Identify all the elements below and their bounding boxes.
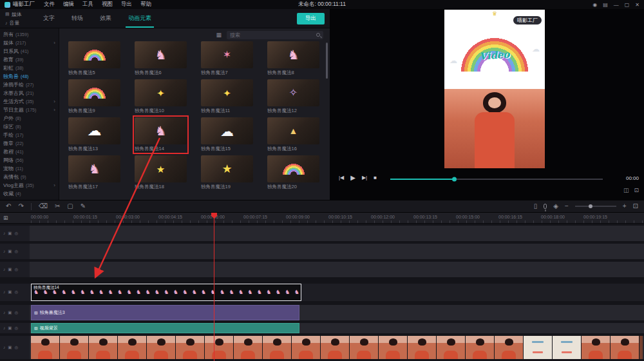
mute-track-icon[interactable]: ♪ <box>3 268 5 272</box>
add-track-icon[interactable]: ⊞ <box>3 215 8 221</box>
lock-track-icon[interactable]: ▣ <box>8 268 12 272</box>
background-clip[interactable]: ▧视频背景 <box>31 323 299 333</box>
timeline-ruler[interactable]: ⊞ 00:00:0000:00:01:1500:00:03:0000:00:04… <box>0 213 644 224</box>
toggle-track-visibility-icon[interactable]: ◎ <box>14 290 18 295</box>
search-input[interactable]: 搜索 <box>230 32 316 39</box>
sidebar-item-生活方式[interactable]: 生活方式(35)› <box>0 97 59 106</box>
mute-track-icon[interactable]: ♪ <box>3 311 5 315</box>
mute-track-icon[interactable]: ♪ <box>3 326 5 331</box>
sidebar-item-所有[interactable]: 所有(1359) <box>0 30 59 39</box>
library-item[interactable]: ♞独角兽魔法8 <box>267 41 319 76</box>
sidebar-item-Vlog主题[interactable]: Vlog主题(35)› <box>0 181 59 190</box>
menu-item-工具[interactable]: 工具 <box>82 1 93 8</box>
fullscreen-icon[interactable]: ⊡ <box>634 187 639 193</box>
tab-音量[interactable]: ♪音量 <box>5 19 35 26</box>
library-item[interactable]: 独角兽魔法5 <box>68 41 120 76</box>
minimize-icon[interactable]: — <box>614 2 619 8</box>
library-item[interactable]: ★独角兽魔法19 <box>201 155 253 190</box>
lock-track-icon[interactable]: ▣ <box>8 311 12 315</box>
toggle-track-visibility-icon[interactable]: ◎ <box>14 311 18 315</box>
library-item[interactable]: ★独角兽魔法18 <box>135 155 187 190</box>
timeline-zoom-slider[interactable] <box>575 206 616 207</box>
preview-scrubber[interactable] <box>390 179 603 180</box>
user-icon[interactable]: ◉ <box>592 2 597 8</box>
maximize-icon[interactable]: ▢ <box>625 2 630 8</box>
lock-track-icon[interactable]: ▣ <box>8 326 12 331</box>
menu-item-文件[interactable]: 文件 <box>44 1 55 8</box>
library-item[interactable]: ✧独角兽魔法12 <box>267 79 319 114</box>
sidebar-item-微章[interactable]: 微章(22) <box>0 139 59 148</box>
edit-icon[interactable]: ✎ <box>80 203 86 210</box>
library-item[interactable]: 独角兽魔法20 <box>267 155 319 190</box>
library-item[interactable]: ♞独角兽魔法14 <box>135 117 187 152</box>
layout-icon[interactable]: ▤ <box>603 2 608 8</box>
zoom-slider-knob[interactable] <box>589 204 592 208</box>
sidebar-item-教程[interactable]: 教程(41) <box>0 148 59 156</box>
zoom-in-icon[interactable]: + <box>623 203 627 210</box>
sidebar-item-节日主题[interactable]: 节日主题(175)› <box>0 106 59 114</box>
sidebar-item-独角兽[interactable]: 独角兽(48) <box>0 72 59 81</box>
sidebar-item-户外[interactable]: 户外(8) <box>0 114 59 122</box>
export-button[interactable]: 导出 <box>297 13 325 24</box>
track-lane[interactable] <box>30 262 644 277</box>
toggle-track-visibility-icon[interactable]: ◎ <box>14 231 18 236</box>
stop-button[interactable]: ■ <box>374 175 377 180</box>
toggle-track-visibility-icon[interactable]: ◎ <box>14 326 18 331</box>
track-lane[interactable] <box>30 336 644 359</box>
close-icon[interactable]: ✕ <box>635 2 639 8</box>
playhead[interactable] <box>214 213 214 361</box>
grid-view-icon[interactable]: ▦ <box>216 32 222 38</box>
sidebar-item-涂鸦手绘[interactable]: 涂鸦手绘(27) <box>0 81 59 89</box>
library-item[interactable]: 独角兽魔法9 <box>68 79 120 114</box>
sidebar-item-彩虹[interactable]: 彩虹(38) <box>0 64 59 72</box>
toggle-track-visibility-icon[interactable]: ◎ <box>14 268 18 272</box>
library-item[interactable]: ♞独角兽魔法17 <box>68 155 120 190</box>
mute-track-icon[interactable]: ♪ <box>3 231 5 236</box>
sidebar-item-水墨古风[interactable]: 水墨古风(21) <box>0 89 59 97</box>
tab-效果[interactable]: 效果 <box>91 9 120 28</box>
lock-track-icon[interactable]: ▣ <box>8 231 12 236</box>
next-frame-button[interactable]: ▶| <box>362 175 367 180</box>
grid-scrollbar[interactable] <box>326 43 328 79</box>
library-item[interactable]: ✶独角兽魔法7 <box>201 41 253 76</box>
crop-icon[interactable]: ▢ <box>67 203 73 210</box>
library-item[interactable]: ☁独角兽魔法13 <box>68 117 120 152</box>
library-item[interactable]: ☁独角兽魔法15 <box>201 117 253 152</box>
lock-track-icon[interactable]: ▣ <box>8 346 12 350</box>
tab-转场[interactable]: 转场 <box>63 9 91 28</box>
library-item[interactable]: ✦独角兽魔法10 <box>135 79 187 114</box>
sidebar-item-收藏[interactable]: 收藏(4) <box>0 190 59 198</box>
menu-item-帮助[interactable]: 帮助 <box>140 1 151 8</box>
redo-icon[interactable]: ↷ <box>18 203 23 210</box>
menu-item-编辑[interactable]: 编辑 <box>63 1 74 8</box>
menu-item-视图[interactable]: 视图 <box>102 1 113 8</box>
cut-icon[interactable]: ✂ <box>55 203 60 210</box>
scrubber-handle[interactable] <box>452 177 457 182</box>
sidebar-item-教育[interactable]: 教育(39) <box>0 55 59 64</box>
mute-track-icon[interactable]: ♪ <box>3 249 5 254</box>
fit-icon[interactable]: ⊡ <box>633 203 638 210</box>
lock-track-icon[interactable]: ▣ <box>8 249 12 254</box>
toggle-track-visibility-icon[interactable]: ◎ <box>14 346 18 350</box>
tab-动画元素[interactable]: 动画元素 <box>120 9 160 28</box>
track-lane[interactable]: ♞♞♞♞♞♞♞♞♞♞♞♞♞♞♞♞♞♞♞♞♞♞♞♞♞♞♞♞♞♞♞♞♞♞♞♞独角兽魔… <box>30 284 644 301</box>
lock-track-icon[interactable]: ▣ <box>8 290 12 295</box>
text-sticker-clip[interactable]: ▧独角兽魔法3 <box>31 305 299 320</box>
sidebar-item-综艺[interactable]: 综艺(8) <box>0 122 59 131</box>
search-box[interactable]: 搜索 <box>227 31 323 39</box>
tab-媒体[interactable]: ▤媒体 <box>5 11 35 18</box>
delete-icon[interactable]: ⌫ <box>39 203 48 210</box>
sidebar-item-网络[interactable]: 网络(56) <box>0 156 59 164</box>
voiceover-mic-icon[interactable] <box>544 204 547 209</box>
sidebar-item-宠物[interactable]: 宠物(11) <box>0 164 59 173</box>
library-item[interactable]: ▲独角兽魔法16 <box>267 117 319 152</box>
tab-文字[interactable]: 文字 <box>35 9 63 28</box>
zoom-out-icon[interactable]: − <box>565 203 569 210</box>
sidebar-item-表情包[interactable]: 表情包(9) <box>0 173 59 181</box>
snapshot-icon[interactable]: ◫ <box>623 187 629 193</box>
track-lane[interactable]: ▧视频背景 <box>30 323 644 333</box>
play-button[interactable]: ▶ <box>350 174 355 181</box>
previous-frame-button[interactable]: |◀ <box>339 175 344 180</box>
menu-item-导出[interactable]: 导出 <box>121 1 132 8</box>
library-item[interactable]: ♞独角兽魔法6 <box>135 41 187 76</box>
